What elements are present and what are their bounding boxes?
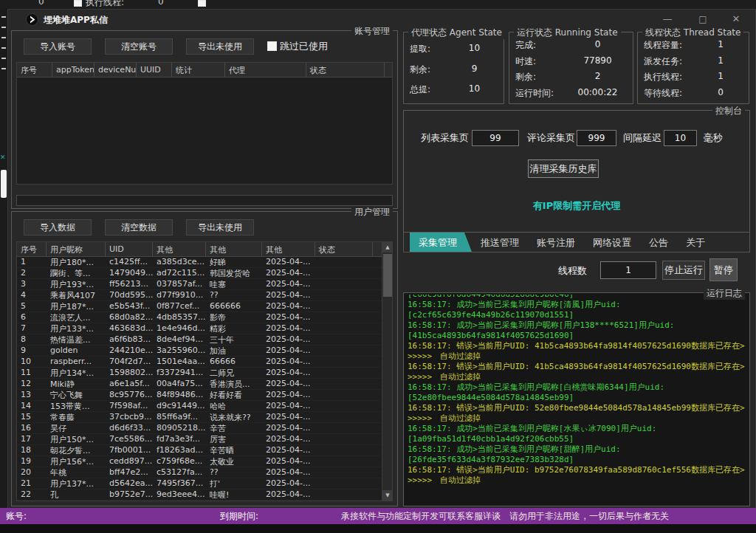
table-row[interactable]: 18朝花夕誓...7fb0001...f18263ad...辛苦晒2025-04… — [17, 445, 382, 456]
stop-button[interactable]: 停止运行 — [662, 261, 705, 280]
column-header-filler — [385, 63, 392, 77]
column-header[interactable]: 序号 — [17, 63, 52, 77]
column-header[interactable]: UID — [106, 242, 153, 256]
state-value: 1 — [693, 55, 749, 68]
table-row[interactable]: 10raspberr...704f2d7...1501e4aa...666662… — [17, 357, 382, 368]
cell: 2 — [17, 268, 47, 278]
cell: d5642ea... — [106, 478, 153, 489]
pause-button[interactable]: 暂停 — [709, 258, 738, 281]
running-state-rows: 完成:0时速:77890剩余:2运行时间:00:00:22 — [509, 32, 633, 103]
table-row[interactable]: 16昊仔d6d6f33...80905218...辛苦2025-04-... — [17, 423, 382, 434]
export-unused-accounts-button[interactable]: 导出未使用 — [186, 38, 254, 55]
bg-mark — [1, 16, 6, 18]
tab-account-register[interactable]: 账号注册 — [528, 233, 584, 252]
column-header[interactable]: 状态 — [315, 242, 373, 256]
table-row[interactable]: 12Miki静a6e1a5f...00a4fa75...香港演员...2025-… — [17, 379, 382, 390]
table-row[interactable]: 11用户134*...1598802...f3372941...二师兄2025-… — [17, 368, 382, 379]
column-header[interactable]: 其他 — [206, 242, 262, 256]
table-row[interactable]: 7用户133*...463683d...1e4e946d...精彩2025-04… — [17, 323, 382, 334]
import-accounts-button[interactable]: 导入账号 — [24, 38, 92, 55]
skip-used-checkbox[interactable] — [267, 41, 277, 51]
cell: 1e4e946d... — [153, 323, 206, 334]
state-label: 线程容量: — [638, 39, 693, 52]
state-label: 剩余: — [509, 71, 563, 83]
clear-data-button[interactable]: 清空数据 — [105, 219, 173, 235]
scroll-up-button[interactable]: ▲ — [382, 242, 393, 252]
table-row[interactable]: 4乘着风410770dd595...d77f9910...??2025-04-.… — [17, 290, 382, 301]
tab-about[interactable]: 关于 — [677, 233, 714, 252]
account-table[interactable]: 序号appTokendeviceNumUUID统计代理状态 — [16, 62, 393, 185]
bg-scrollbar-fragment — [1, 170, 7, 198]
table-row[interactable]: 8热情温差...a6f6b83...8de4ef94...三十年2025-04-… — [17, 334, 382, 345]
table-row[interactable]: 5用户187*...e5b543f...0f877cef...666666202… — [17, 301, 382, 312]
group-title: 控制台 — [712, 105, 745, 117]
column-header[interactable]: 用户昵称 — [47, 242, 106, 256]
vertical-scrollbar[interactable]: ▲ ▼ — [382, 242, 392, 501]
column-header[interactable]: 统计 — [172, 63, 225, 77]
cell: 好睇 — [206, 257, 262, 267]
table-row[interactable]: 15常春藤37cbcb9...85ff6a9f...说来就来??2025-04-… — [17, 412, 382, 423]
user-table[interactable]: 序号用户昵称UID其他其他其他状态 1用户180*...c1425ff...a3… — [16, 241, 393, 501]
table-row[interactable]: 20年桃bff47e2...c53127fa...??2025-04-... — [17, 467, 382, 478]
bottom-background-strip — [0, 524, 756, 533]
screen: 0 执行线程: 0 ✕ 埋堆堆APP私信 — □ ✕ 账号管理 — [0, 0, 756, 533]
account-table-body[interactable] — [17, 78, 392, 184]
import-data-button[interactable]: 导入数据 — [24, 219, 92, 235]
cell: 15 — [17, 412, 47, 422]
log-lines: [c66c9df6f6d644946d6d52666c9b6c46]16:58:… — [408, 295, 746, 486]
column-header[interactable]: 其他 — [153, 242, 206, 256]
cell: 6 — [17, 312, 47, 323]
tab-network-settings[interactable]: 网络设置 — [584, 233, 640, 252]
table-row[interactable]: 6流浪艺人...68d0a82...4db85357...影帝2025-04-.… — [17, 312, 382, 323]
cell: 用户156*... — [47, 456, 106, 467]
cell: 7fb0001... — [106, 445, 153, 455]
table-row[interactable]: 14153带黄...7f598af...d9c91449...哈哈2025-04… — [17, 401, 382, 412]
cell: c53127fa... — [153, 467, 206, 478]
table-row[interactable]: 13宁心飞舞8c95776...84f89486...好看好看2025-04-.… — [17, 390, 382, 401]
column-header[interactable]: appToken — [52, 63, 94, 77]
window-title: 埋堆堆APP私信 — [44, 14, 108, 27]
clear-accounts-button[interactable]: 清空账号 — [105, 38, 173, 55]
column-header[interactable]: UUID — [137, 63, 172, 77]
column-header[interactable]: 状态 — [306, 63, 385, 77]
scroll-down-button[interactable]: ▼ — [382, 490, 393, 501]
table-row[interactable]: 3用户193*...ff56213...037857af...哇塞2025-04… — [17, 279, 382, 290]
export-unused-data-button[interactable]: 导出未使用 — [186, 219, 254, 235]
cell: 20 — [17, 467, 47, 478]
cell — [315, 268, 373, 278]
tab-notice[interactable]: 公告 — [640, 233, 677, 252]
cell — [315, 401, 373, 411]
cell: 1479049... — [106, 268, 153, 278]
table-row[interactable]: 21用户137*...d5642ea...7495f367...打'2025-0… — [17, 478, 382, 489]
column-header[interactable]: 代理 — [225, 63, 306, 77]
list-pages-input[interactable] — [472, 130, 519, 146]
column-header[interactable]: 其他 — [262, 242, 315, 256]
tab-push-management[interactable]: 推送管理 — [472, 233, 528, 252]
tab-collect-management[interactable]: 采集管理 — [410, 233, 472, 252]
cell: d77f9910... — [153, 290, 206, 300]
cell: 韩国发货哈 — [206, 268, 262, 278]
delay-input[interactable] — [664, 130, 697, 146]
log-line: 16:58:17: 错误>当前用户UID: 52e80fbee9844e5084… — [408, 403, 746, 424]
cell: 4 — [17, 290, 47, 300]
cell: 哇喔! — [206, 489, 262, 500]
cell: 3a255960... — [153, 345, 206, 356]
table-row[interactable]: 19用户156*...cedd897...c759f68e...太敬业2025-… — [17, 456, 382, 467]
log-output[interactable]: [c66c9df6f6d644946d6d52666c9b6c46]16:58:… — [405, 295, 748, 504]
table-row[interactable]: 17用户150*...7ce5586...fd7a3e3f...厉害2025-0… — [17, 434, 382, 445]
column-header[interactable]: 序号 — [17, 242, 47, 256]
cell: 乘着风4107 — [47, 290, 106, 300]
table-row[interactable]: 9golden244210e...3a255960...加油2025-04-..… — [17, 345, 382, 357]
table-row[interactable]: 1用户180*...c1425ff...a385d3ce...好睇2025-04… — [17, 257, 382, 268]
clear-history-button[interactable]: 清理采集历史库 — [528, 159, 599, 178]
cell: 二师兄 — [206, 368, 262, 378]
account-table-hscrollbar[interactable] — [16, 195, 393, 206]
comment-pages-input[interactable] — [577, 130, 616, 146]
user-table-body[interactable]: 1用户180*...c1425ff...a385d3ce...好睇2025-04… — [17, 257, 382, 501]
table-row[interactable]: 2躝街、等...1479049...ad72c115...韩国发货哈2025-0… — [17, 268, 382, 279]
scroll-thumb[interactable] — [383, 254, 392, 297]
column-header[interactable]: deviceNum — [94, 63, 137, 77]
table-row[interactable]: 22孔b9752e7...9ed3eee4...哇喔!2025-04-... — [17, 489, 382, 501]
thread-count-input[interactable] — [600, 261, 656, 279]
state-value: 0 — [563, 39, 633, 52]
